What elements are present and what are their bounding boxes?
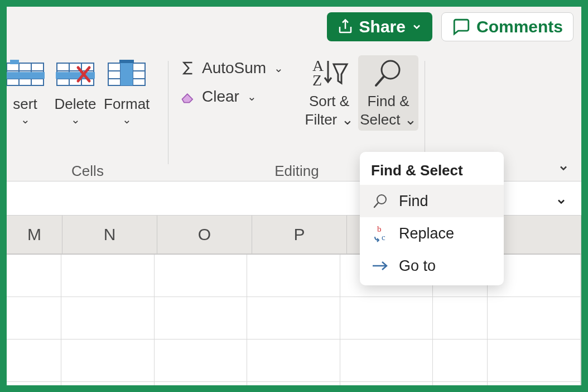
table-row bbox=[7, 340, 581, 382]
chevron-down-icon bbox=[556, 162, 571, 174]
svg-text:Z: Z bbox=[312, 71, 322, 89]
cell[interactable] bbox=[247, 297, 340, 339]
table-row bbox=[7, 382, 581, 392]
column-header[interactable] bbox=[498, 216, 581, 254]
cell[interactable] bbox=[488, 297, 581, 339]
share-button[interactable]: Share bbox=[327, 12, 432, 41]
cell[interactable] bbox=[247, 340, 340, 381]
cell[interactable] bbox=[340, 340, 433, 381]
cell[interactable] bbox=[7, 340, 61, 381]
cell[interactable] bbox=[581, 382, 581, 392]
svg-rect-6 bbox=[10, 60, 19, 64]
cell[interactable] bbox=[340, 382, 433, 392]
svg-rect-21 bbox=[119, 60, 134, 63]
dropdown-item-label: Go to bbox=[399, 257, 436, 275]
chevron-down-icon: ⌄ bbox=[71, 113, 80, 126]
cells-group-label: Cells bbox=[7, 162, 168, 180]
autosum-label: AutoSum bbox=[202, 59, 266, 77]
cell[interactable] bbox=[247, 255, 340, 297]
column-header[interactable]: M bbox=[7, 216, 62, 254]
arrow-right-icon bbox=[372, 259, 389, 273]
svg-rect-5 bbox=[6, 72, 45, 79]
dropdown-item-label: Replace bbox=[399, 225, 454, 242]
column-header[interactable]: P bbox=[252, 216, 347, 254]
cell[interactable] bbox=[155, 382, 248, 392]
cell[interactable] bbox=[488, 340, 581, 381]
cell[interactable] bbox=[433, 297, 488, 339]
table-row bbox=[7, 297, 581, 340]
find-select-button[interactable]: Find &Select ⌄ bbox=[358, 55, 418, 131]
cells-group: sert ⌄ bbox=[7, 55, 168, 181]
dropdown-item-label: Find bbox=[399, 193, 428, 210]
cell[interactable] bbox=[247, 382, 340, 392]
sigma-icon bbox=[180, 59, 196, 78]
sort-filter-button[interactable]: A Z Sort &Filter ⌄ bbox=[302, 56, 356, 128]
cell[interactable] bbox=[433, 340, 488, 381]
share-icon bbox=[337, 18, 354, 35]
cell[interactable] bbox=[61, 382, 155, 392]
divider bbox=[425, 61, 425, 164]
dropdown-item-replace[interactable]: b c Replace bbox=[360, 217, 504, 250]
chevron-down-icon: ⌄ bbox=[21, 113, 30, 126]
dropdown-title: Find & Select bbox=[360, 152, 504, 185]
column-header[interactable]: N bbox=[62, 216, 157, 254]
comments-button[interactable]: Comments bbox=[441, 12, 573, 41]
replace-icon: b c bbox=[372, 224, 389, 242]
dropdown-item-find[interactable]: Find bbox=[360, 185, 504, 217]
chevron-down-icon: ⌄ bbox=[274, 61, 283, 75]
cell[interactable] bbox=[7, 255, 61, 297]
autosum-button[interactable]: AutoSum ⌄ bbox=[180, 59, 283, 78]
svg-text:b: b bbox=[377, 224, 382, 233]
delete-label: Delete bbox=[54, 95, 96, 113]
cell[interactable] bbox=[155, 340, 248, 381]
svg-rect-20 bbox=[121, 63, 133, 85]
chevron-down-icon bbox=[411, 21, 422, 32]
find-select-label: Find &Select ⌄ bbox=[360, 92, 417, 128]
cell[interactable] bbox=[61, 297, 155, 339]
formula-bar-expand[interactable] bbox=[553, 194, 569, 211]
find-select-dropdown: Find & Select Find b c Replace bbox=[360, 152, 504, 285]
cell[interactable] bbox=[581, 297, 581, 339]
insert-label: sert bbox=[13, 95, 37, 113]
comments-icon bbox=[452, 17, 471, 36]
search-icon bbox=[372, 193, 389, 209]
cell[interactable] bbox=[61, 255, 155, 297]
magnifier-icon bbox=[372, 56, 405, 90]
format-label: Format bbox=[104, 95, 150, 113]
cell[interactable] bbox=[488, 382, 581, 392]
chevron-down-icon: ⌄ bbox=[247, 90, 257, 103]
cell[interactable] bbox=[581, 255, 581, 297]
column-header[interactable]: O bbox=[157, 216, 252, 254]
svg-line-25 bbox=[376, 77, 384, 85]
cell[interactable] bbox=[155, 297, 248, 339]
eraser-icon bbox=[180, 89, 196, 104]
format-cells-icon bbox=[107, 60, 146, 89]
svg-line-27 bbox=[374, 203, 378, 207]
cell[interactable] bbox=[155, 255, 248, 297]
cell[interactable] bbox=[581, 340, 581, 381]
svg-text:c: c bbox=[382, 233, 385, 242]
cell[interactable] bbox=[7, 382, 61, 392]
ribbon-collapse-chevron[interactable] bbox=[556, 160, 571, 178]
cell[interactable] bbox=[433, 382, 488, 392]
dropdown-item-goto[interactable]: Go to bbox=[360, 250, 504, 282]
clear-button[interactable]: Clear ⌄ bbox=[180, 88, 283, 106]
chevron-down-icon bbox=[553, 196, 569, 207]
sort-filter-icon: A Z bbox=[309, 56, 349, 90]
cell[interactable] bbox=[7, 297, 61, 339]
cell[interactable] bbox=[340, 297, 433, 339]
delete-cells-icon bbox=[56, 60, 95, 89]
svg-rect-12 bbox=[56, 72, 95, 79]
comments-label: Comments bbox=[476, 17, 563, 36]
cell[interactable] bbox=[61, 340, 155, 381]
clear-label: Clear bbox=[202, 88, 239, 106]
share-label: Share bbox=[359, 17, 406, 36]
chevron-down-icon: ⌄ bbox=[122, 113, 132, 126]
insert-cells-icon bbox=[6, 60, 45, 89]
sort-filter-label: Sort &Filter ⌄ bbox=[305, 92, 354, 128]
